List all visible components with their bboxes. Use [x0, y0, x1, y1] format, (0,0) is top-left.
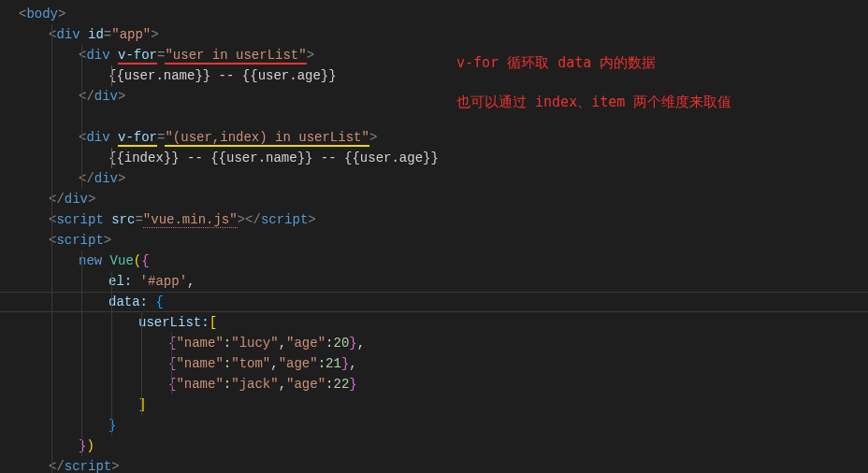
code-line: <div v-for="user in userList"> [19, 45, 868, 65]
vfor-attr-index: v-for [118, 130, 157, 147]
code-line: {{user.name}} -- {{user.age}} [19, 65, 868, 86]
code-line: </div> [19, 86, 868, 107]
code-line: el: '#app', [19, 271, 868, 292]
annotation-1: v-for 循环取 data 内的数据 [456, 54, 656, 72]
code-line [19, 107, 868, 127]
vfor-attr: v-for [118, 48, 157, 64]
code-line: </script> [19, 456, 868, 473]
code-line: </div> [19, 189, 868, 209]
code-line: {"name":"lucy","age":20}, [19, 333, 868, 353]
src-value: "vue.min.js" [143, 212, 238, 228]
code-line: userList:[ [19, 312, 868, 333]
code-line: </div> [19, 168, 868, 189]
code-line: data: { [19, 292, 868, 312]
code-line: <div id="app"> [19, 24, 868, 45]
code-line: }) [19, 436, 868, 456]
code-line: <script> [19, 230, 868, 251]
code-line: <div v-for="(user,index) in userList"> [19, 127, 868, 148]
code-line: new Vue({ [19, 251, 868, 271]
code-line: <script src="vue.min.js"></script> [19, 209, 868, 230]
code-line: {"name":"tom","age":21}, [19, 353, 868, 374]
vfor-value: "user in userList" [165, 48, 306, 64]
code-line: ] [19, 394, 868, 415]
code-line: {"name":"jack","age":22} [19, 374, 868, 394]
vfor-value-index: "(user,index) in userList" [165, 130, 369, 147]
code-line: <body> [19, 4, 868, 24]
code-line: } [19, 415, 868, 436]
code-line: {{index}} -- {{user.name}} -- {{user.age… [19, 148, 868, 168]
code-editor[interactable]: <body> <div id="app"> <div v-for="user i… [0, 0, 868, 473]
annotation-2: 也可以通过 index、item 两个维度来取值 [456, 93, 731, 111]
